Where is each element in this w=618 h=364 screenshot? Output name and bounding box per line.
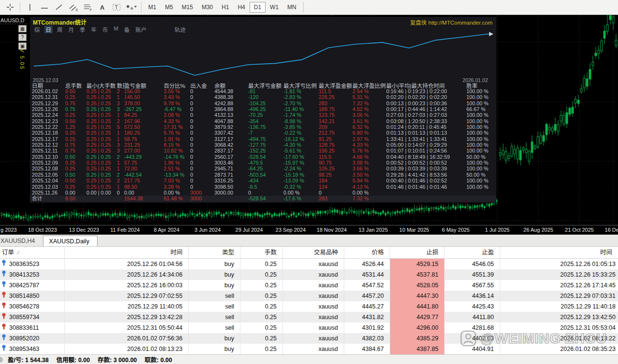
order-row[interactable]: 3085148502025.12.29 07:02:55sell0.25xauu… [0, 291, 618, 301]
text-label-icon[interactable]: T [110, 1, 124, 14]
stat-cell-pct: 2.51 % [164, 166, 190, 171]
stat-cell-pct: 3.43 % [164, 94, 190, 100]
order-row[interactable]: 3085597342025.12.29 13:42:28sell0.25xauu… [0, 312, 618, 322]
stat-cell-mfl: -494.75 [248, 136, 283, 142]
stat-cell-lots: 0.25 [65, 160, 86, 166]
stat-cell-minmax: 0.25 | 0.25 [86, 130, 117, 136]
stat-cell-mflp: 0.00 % [283, 190, 319, 196]
order-lots-cell: 0.25 [240, 259, 282, 269]
stat-cell-mfl: -434 [248, 178, 283, 183]
axis-label: 16 Dec [605, 227, 618, 233]
order-row[interactable]: 3088336112025.12.31 05:50:44sell0.25xauu… [0, 322, 618, 333]
order-tp-cell: 4546.05 [444, 259, 500, 269]
stat-cell-bal: 4544.38 [214, 88, 248, 94]
order-number: 308425787 [9, 280, 40, 291]
stats-row: 2025.12.040.500.25 | 0.252217.757.03 %03… [30, 178, 496, 183]
buy-order-icon [1, 269, 6, 280]
stat-cell-mfw: 283 [319, 196, 352, 202]
stat-cell-lots: 0.25 [65, 136, 86, 142]
stat-cell-lots: 0.75 [65, 100, 86, 106]
timeframe-button-w1[interactable]: W1 [266, 2, 283, 13]
timeframe-button-m1[interactable]: M1 [144, 2, 161, 13]
order-number: 308413253 [9, 269, 40, 280]
order-open_time-cell: 2025.12.29 13:42:28 [64, 312, 188, 322]
vertical-line-icon[interactable] [23, 1, 37, 14]
sell-order-icon [1, 301, 6, 312]
order-row[interactable]: 3085462782025.12.29 11:40:05sell0.25xauu… [0, 301, 618, 312]
stat-cell-mfwp: 3.61 % [352, 118, 386, 124]
orders-col-3[interactable]: 手数 [240, 247, 282, 258]
stat-cell-dep: 0 [190, 178, 214, 183]
orders-col-4[interactable]: 交易品种 [282, 247, 344, 258]
orders-table: 订单∕时间类型手数交易品种价格止损止盈时间 3083635232025.12.2… [0, 247, 618, 354]
arrows-icon[interactable] [124, 1, 139, 14]
order-number: 308363523 [9, 259, 40, 269]
orders-col-5[interactable]: 价格 [344, 247, 390, 258]
stat-cell-times: 0:00:40 | 0:01:46 | 0:02:52 [386, 178, 466, 183]
stat-cell-times: 0:00:13 | 0:00:23 | 0:00:36 [386, 100, 466, 106]
order-close_time-cell: 2026.01.02 08:13:22 [500, 333, 618, 344]
stat-cell-pl: 572.50 [124, 124, 164, 130]
stats-row: 2025.12.170.250.25 | 0.25158.751.91 %031… [30, 136, 496, 142]
time-axis[interactable]: g 202318 Oct 202313 Dec 202311 Feb 20248… [0, 225, 618, 235]
stat-cell-dep: 0 [190, 94, 214, 100]
horizontal-line-icon[interactable] [37, 1, 52, 14]
stat-cell-dep: 0 [190, 130, 214, 136]
timeframe-button-m15[interactable]: M15 [177, 2, 197, 13]
order-row[interactable]: 3089520202026.01.02 07:56:36buy0.25xauus… [0, 333, 618, 344]
chart-tab-xauusd-h4[interactable]: XAUUSD,H4 [0, 236, 43, 246]
stat-cell-bal: 3003.46 [214, 160, 248, 166]
stat-cell-count: 1 [117, 184, 124, 190]
order-row[interactable]: 3084132532025.12.26 14:34:06buy0.25xauus… [0, 269, 618, 280]
order-tp-cell: 4551.39 [444, 269, 500, 280]
grid-icon[interactable]: ▦ [18, 25, 27, 32]
order-close_time-cell: 2025.12.26 01:05:13 [500, 259, 618, 269]
timeframe-button-h4[interactable]: H4 [233, 2, 249, 13]
equity-curve-chart [30, 32, 496, 77]
axis-label: 26 Aug 2025 [523, 227, 553, 233]
stat-cell-count: 2 [117, 118, 124, 124]
chart-tab-xauusd-daily[interactable]: XAUUSD,Daily [43, 236, 98, 247]
order-row[interactable]: 3084257872025.12.26 16:00:03buy0.25xauus… [0, 280, 618, 291]
equidistant-channel-icon[interactable]: E [66, 1, 81, 14]
timeframe-button-h1[interactable]: H1 [217, 2, 233, 13]
order-symbol-cell: xauusd [282, 344, 344, 354]
order-open_time-cell: 2026.01.02 08:13:23 [64, 344, 188, 354]
orders-col-0[interactable]: 订单∕ [0, 247, 64, 258]
stat-cell-lots: 0.75 [65, 106, 86, 112]
svg-text:T: T [115, 5, 118, 10]
order-open_time-cell: 2026.01.02 07:56:36 [64, 333, 188, 344]
order-row[interactable]: 3089534632026.01.02 08:13:23buy0.25xauus… [0, 344, 618, 354]
trendline-icon[interactable] [52, 1, 66, 14]
panel-brand-link[interactable]: 复盘侠 http://MTCommander.com [410, 18, 492, 26]
sell-order-icon [1, 322, 6, 333]
stat-cell-pl: 72.00 [124, 166, 164, 171]
text-icon[interactable]: A [95, 1, 110, 14]
stats-row: 2025.12.110.750.25 | 0.253277.0010.82 %0… [30, 148, 496, 154]
orders-col-2[interactable]: 类型 [188, 247, 240, 258]
stat-cell-lots: 1.25 [65, 124, 86, 130]
timeframe-button-d1[interactable]: D1 [250, 2, 266, 13]
stat-cell-lots: 0.75 [65, 148, 86, 154]
fibonacci-icon[interactable]: F [81, 1, 95, 14]
stat-cell-bal: 3068.42 [214, 142, 248, 148]
help-icon[interactable]: ? [18, 34, 27, 41]
order-tp-cell: 4411.80 [444, 312, 500, 322]
timeframe-button-m5[interactable]: M5 [161, 2, 178, 13]
stat-cell-pl: -442.54 [124, 172, 164, 178]
stat-cell-mflp: -15.18 % [283, 172, 319, 178]
orders-col-6[interactable]: 止损 [390, 247, 444, 258]
stat-cell-dep: 0 [190, 118, 214, 124]
order-open_time-cell: 2025.12.26 14:34:06 [64, 269, 188, 280]
stat-cell-count: 2 [117, 154, 124, 160]
timeframe-button-mn[interactable]: MN [283, 2, 301, 13]
stat-cell-times: 0:27:03 | 0:27:03 | 0:27:03 [386, 112, 466, 118]
crosshair-icon[interactable] [3, 1, 17, 14]
orders-col-7[interactable]: 止盈 [444, 247, 500, 258]
stats-row: 2025.12.100.500.25 | 0.252-443.29-14.76 … [30, 154, 496, 160]
order-row[interactable]: 3083635232025.12.26 01:04:56buy0.25xauus… [0, 259, 618, 269]
orders-col-1[interactable]: 时间 [64, 247, 188, 258]
orders-table-header[interactable]: 订单∕时间类型手数交易品种价格止损止盈时间 [0, 247, 618, 259]
timeframe-button-m30[interactable]: M30 [197, 2, 217, 13]
orders-col-8[interactable]: 时间 [500, 247, 618, 258]
